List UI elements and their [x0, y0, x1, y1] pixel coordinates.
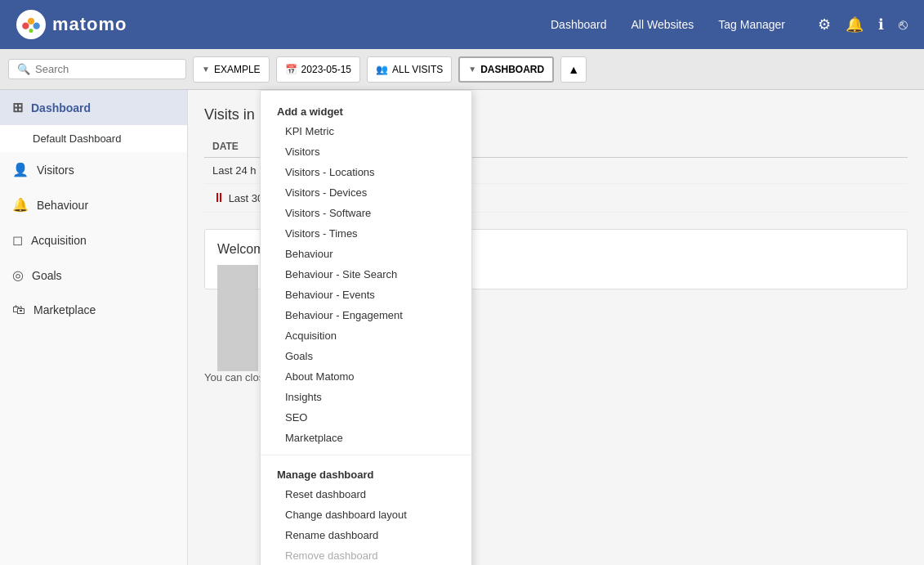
svg-point-2 — [28, 18, 34, 25]
calendar-icon: 📅 — [285, 64, 297, 75]
dropdown-item-seo[interactable]: SEO — [261, 407, 471, 428]
dropdown-item-behaviour-events[interactable]: Behaviour - Events — [261, 285, 471, 305]
svg-point-1 — [22, 23, 29, 29]
signout-icon[interactable]: ⎋ — [899, 16, 908, 34]
sidebar: ⊞ Dashboard Default Dashboard 👤 Visitors… — [0, 90, 188, 565]
sidebar-item-acquisition[interactable]: ◻ Acquisition — [0, 222, 187, 258]
chevron-down-icon: ▼ — [202, 65, 210, 74]
visits-icon: 👥 — [376, 64, 388, 75]
sidebar-item-label-acquisition: Acquisition — [31, 234, 87, 247]
dropdown-item-visitors-devices[interactable]: Visitors - Devices — [261, 182, 471, 203]
dropdown-item-behaviour[interactable]: Behaviour — [261, 244, 471, 264]
sub-navigation: 🔍 ▼ EXAMPLE 📅 2023-05-15 👥 ALL VISITS ▼ … — [0, 49, 924, 90]
dashboard-icon: ⊞ — [12, 100, 23, 115]
dropdown-item-reset-dashboard[interactable]: Reset dashboard — [261, 484, 471, 504]
date-label: 2023-05-15 — [301, 64, 351, 75]
behaviour-icon: 🔔 — [12, 197, 29, 213]
add-widget-title: Add a widget — [261, 99, 471, 121]
logo-text: matomo — [52, 14, 127, 35]
sidebar-item-behaviour[interactable]: 🔔 Behaviour — [0, 187, 187, 222]
sidebar-sub-label-default: Default Dashboard — [33, 132, 121, 145]
dropdown-item-visitors-software[interactable]: Visitors - Software — [261, 203, 471, 223]
visitors-icon: 👤 — [12, 162, 29, 177]
matomo-logo — [16, 10, 46, 39]
sidebar-item-label-marketplace: Marketplace — [33, 303, 96, 316]
info-icon[interactable]: ℹ — [878, 16, 884, 34]
main-layout: ⊞ Dashboard Default Dashboard 👤 Visitors… — [0, 90, 924, 565]
sidebar-item-label-behaviour: Behaviour — [37, 199, 88, 212]
acquisition-icon: ◻ — [12, 232, 23, 248]
dropdown-item-visitors-times[interactable]: Visitors - Times — [261, 223, 471, 244]
example-button[interactable]: ▼ EXAMPLE — [193, 56, 270, 83]
sidebar-item-default-dashboard[interactable]: Default Dashboard — [0, 125, 187, 152]
dropdown-item-goals[interactable]: Goals — [261, 346, 471, 366]
svg-point-4 — [29, 29, 33, 33]
sidebar-item-dashboard[interactable]: ⊞ Dashboard — [0, 90, 187, 125]
logo-area[interactable]: matomo — [16, 10, 127, 39]
sidebar-item-label-goals: Goals — [32, 269, 62, 282]
dropdown-panel: Add a widget KPI Metric Visitors Visitor… — [260, 90, 472, 565]
collapse-button[interactable]: ▲ — [560, 56, 587, 83]
dashboard-label: DASHBOARD — [480, 64, 544, 75]
welcome-thumbnail — [217, 265, 258, 371]
example-label: EXAMPLE — [214, 64, 261, 75]
dashboard-button[interactable]: ▼ DASHBOARD — [458, 56, 554, 83]
dropdown-item-behaviour-site-search[interactable]: Behaviour - Site Search — [261, 264, 471, 285]
visits-title-text: Visits in — [204, 106, 255, 123]
top-navigation: matomo Dashboard All Websites Tag Manage… — [0, 0, 924, 49]
search-box[interactable]: 🔍 — [8, 59, 186, 79]
gear-icon[interactable]: ⚙ — [818, 16, 831, 34]
dropdown-item-change-layout[interactable]: Change dashboard layout — [261, 504, 471, 525]
sidebar-item-marketplace[interactable]: 🛍 Marketplace — [0, 293, 187, 327]
goals-icon: ◎ — [12, 267, 24, 283]
date-button[interactable]: 📅 2023-05-15 — [276, 56, 360, 83]
sidebar-item-label-dashboard: Dashboard — [31, 101, 91, 114]
sidebar-item-goals[interactable]: ◎ Goals — [0, 258, 187, 293]
nav-all-websites[interactable]: All Websites — [632, 18, 694, 31]
manage-dashboard-title: Manage dashboard — [261, 462, 471, 484]
chevron-down-icon-2: ▼ — [468, 65, 476, 74]
search-input[interactable] — [35, 63, 177, 75]
top-nav-icons: ⚙ 🔔 ℹ ⎋ — [818, 16, 908, 34]
dropdown-item-about-matomo[interactable]: About Matomo — [261, 366, 471, 387]
dropdown-item-kpi[interactable]: KPI Metric — [261, 121, 471, 141]
search-icon: 🔍 — [17, 63, 30, 75]
svg-point-3 — [33, 23, 40, 29]
dropdown-item-visitors-locations[interactable]: Visitors - Locations — [261, 162, 471, 182]
nav-tag-manager[interactable]: Tag Manager — [718, 18, 785, 31]
dropdown-item-remove-dashboard: Remove dashboard — [261, 545, 471, 565]
dropdown-divider-1 — [261, 455, 471, 455]
bell-icon[interactable]: 🔔 — [846, 16, 864, 34]
dropdown-item-behaviour-engagement[interactable]: Behaviour - Engagement — [261, 305, 471, 325]
all-visits-button[interactable]: 👥 ALL VISITS — [367, 56, 452, 83]
top-nav-links: Dashboard All Websites Tag Manager ⚙ 🔔 ℹ… — [551, 16, 908, 34]
dropdown-item-visitors[interactable]: Visitors — [261, 141, 471, 162]
dropdown-item-acquisition[interactable]: Acquisition — [261, 325, 471, 346]
sidebar-item-visitors[interactable]: 👤 Visitors — [0, 152, 187, 187]
dropdown-item-insights[interactable]: Insights — [261, 387, 471, 407]
all-visits-label: ALL VISITS — [392, 64, 443, 75]
pause-icon: ⏸ — [212, 191, 225, 204]
nav-dashboard[interactable]: Dashboard — [551, 18, 607, 31]
marketplace-icon: 🛍 — [12, 303, 25, 317]
sidebar-item-label-visitors: Visitors — [37, 164, 74, 177]
dropdown-item-marketplace[interactable]: Marketplace — [261, 428, 471, 448]
dropdown-item-rename-dashboard[interactable]: Rename dashboard — [261, 525, 471, 545]
